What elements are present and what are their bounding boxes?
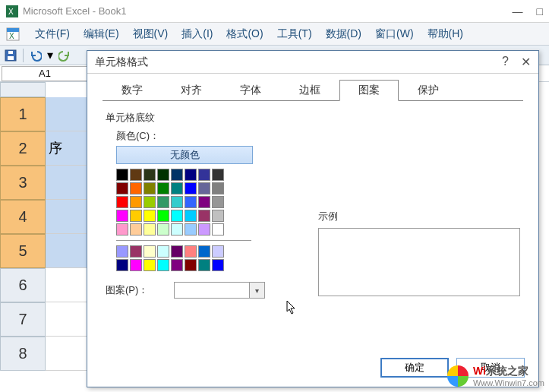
cell-a6[interactable] [46, 268, 91, 302]
select-all-corner[interactable] [0, 82, 46, 97]
menu-file[interactable]: 文件(F) [29, 26, 76, 43]
color-swatch[interactable] [144, 223, 156, 236]
color-swatch[interactable] [157, 223, 169, 236]
color-swatch[interactable] [185, 196, 197, 208]
color-swatch[interactable] [171, 223, 183, 236]
color-swatch[interactable] [212, 259, 224, 271]
cell-a2[interactable]: 序 [46, 131, 91, 166]
color-swatch[interactable] [116, 245, 128, 258]
chevron-down-icon[interactable]: ▾ [249, 283, 264, 298]
color-swatch[interactable] [157, 182, 169, 194]
color-swatch[interactable] [212, 223, 224, 236]
color-swatch[interactable] [157, 196, 169, 208]
cell-a4[interactable] [46, 200, 91, 234]
redo-icon[interactable] [57, 48, 72, 63]
color-swatch[interactable] [171, 182, 183, 194]
minimize-icon[interactable]: — [513, 5, 523, 17]
tab-font[interactable]: 字体 [221, 80, 280, 101]
color-swatch[interactable] [198, 210, 210, 222]
color-swatch[interactable] [116, 210, 128, 222]
row-header-2[interactable]: 2 [0, 131, 46, 166]
tab-protect[interactable]: 保护 [399, 80, 458, 101]
color-swatch[interactable] [212, 169, 224, 181]
menu-format[interactable]: 格式(O) [220, 26, 269, 43]
tab-pattern[interactable]: 图案 [339, 80, 399, 101]
color-swatch[interactable] [144, 210, 156, 222]
color-swatch[interactable] [130, 169, 142, 181]
help-icon[interactable]: ? [502, 55, 509, 69]
pattern-select[interactable]: ▾ [174, 282, 265, 299]
color-swatch[interactable] [130, 210, 142, 222]
color-swatch[interactable] [116, 182, 128, 194]
color-swatch[interactable] [185, 169, 197, 181]
ok-button[interactable]: 确定 [380, 358, 449, 378]
maximize-icon[interactable]: □ [537, 5, 543, 17]
color-swatch[interactable] [185, 210, 197, 222]
menu-insert[interactable]: 插入(I) [175, 26, 219, 43]
cell-a7[interactable] [46, 302, 91, 337]
tab-align[interactable]: 对齐 [162, 80, 221, 101]
color-swatch[interactable] [130, 259, 142, 271]
menu-help[interactable]: 帮助(H) [421, 26, 469, 43]
row-header-8[interactable]: 8 [0, 337, 46, 371]
color-swatch[interactable] [144, 169, 156, 181]
color-swatch[interactable] [130, 196, 142, 208]
cell-a3[interactable] [46, 166, 91, 200]
color-swatch[interactable] [198, 182, 210, 194]
color-swatch[interactable] [171, 169, 183, 181]
color-swatch[interactable] [171, 259, 183, 271]
row-header-1[interactable]: 1 [0, 97, 46, 131]
color-swatch[interactable] [212, 182, 224, 194]
menu-tools[interactable]: 工具(T) [271, 26, 318, 43]
color-swatch[interactable] [185, 223, 197, 236]
color-swatch[interactable] [157, 259, 169, 271]
dialog-titlebar[interactable]: 单元格格式 ? ✕ [87, 51, 538, 74]
cell-a1[interactable] [46, 97, 91, 131]
color-swatch[interactable] [198, 245, 210, 258]
color-swatch[interactable] [116, 223, 128, 236]
menu-view[interactable]: 视图(V) [127, 26, 175, 43]
color-swatch[interactable] [185, 182, 197, 194]
color-swatch[interactable] [171, 245, 183, 258]
row-header-4[interactable]: 4 [0, 200, 46, 234]
menu-window[interactable]: 窗口(W) [369, 26, 420, 43]
color-swatch[interactable] [116, 169, 128, 181]
row-header-6[interactable]: 6 [0, 268, 46, 302]
color-swatch[interactable] [157, 245, 169, 258]
tab-number[interactable]: 数字 [103, 80, 162, 101]
color-swatch[interactable] [130, 223, 142, 236]
row-header-5[interactable]: 5 [0, 234, 46, 268]
color-swatch[interactable] [144, 259, 156, 271]
undo-icon[interactable] [28, 48, 43, 63]
cell-a8[interactable] [46, 337, 91, 371]
color-swatch[interactable] [144, 196, 156, 208]
color-swatch[interactable] [198, 169, 210, 181]
cell-a5[interactable] [46, 234, 91, 268]
color-swatch[interactable] [116, 196, 128, 208]
close-icon[interactable]: ✕ [521, 55, 531, 69]
color-swatch[interactable] [198, 259, 210, 271]
color-swatch[interactable] [171, 210, 183, 222]
color-swatch[interactable] [212, 210, 224, 222]
color-swatch[interactable] [212, 245, 224, 258]
color-swatch[interactable] [185, 259, 197, 271]
color-swatch[interactable] [144, 245, 156, 258]
tab-border[interactable]: 边框 [280, 80, 339, 101]
menu-edit[interactable]: 编辑(E) [77, 26, 125, 43]
color-swatch[interactable] [157, 169, 169, 181]
color-swatch[interactable] [144, 182, 156, 194]
color-swatch[interactable] [185, 245, 197, 258]
color-swatch[interactable] [130, 182, 142, 194]
row-header-7[interactable]: 7 [0, 302, 46, 337]
color-swatch[interactable] [198, 196, 210, 208]
color-swatch[interactable] [212, 196, 224, 208]
menu-data[interactable]: 数据(D) [320, 26, 368, 43]
color-swatch[interactable] [130, 245, 142, 258]
save-icon[interactable] [3, 48, 18, 63]
color-swatch[interactable] [171, 196, 183, 208]
dropdown-icon[interactable]: ▾ [46, 48, 54, 63]
color-swatch[interactable] [198, 223, 210, 236]
color-swatch[interactable] [157, 210, 169, 222]
workbook-icon[interactable]: X [5, 26, 21, 43]
row-header-3[interactable]: 3 [0, 166, 46, 200]
